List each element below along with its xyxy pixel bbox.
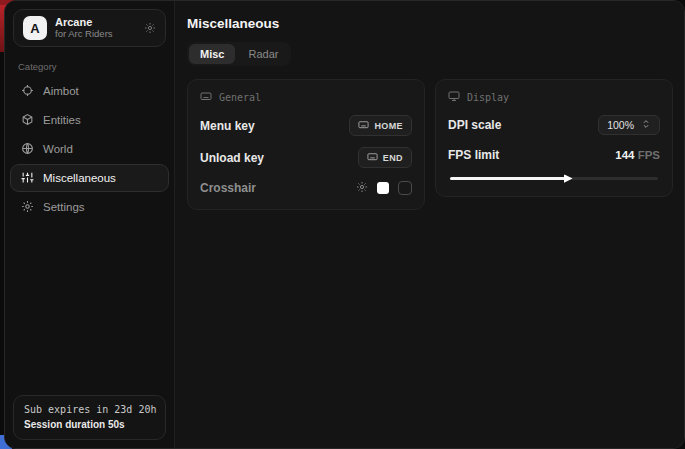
menu-key-bind-button[interactable]: HOME xyxy=(349,115,412,136)
sidebar-item-miscellaneous[interactable]: Miscellaneous xyxy=(10,164,169,192)
sidebar-item-world[interactable]: World xyxy=(10,135,169,163)
sidebar-item-label: Settings xyxy=(43,201,85,213)
gear-icon[interactable] xyxy=(356,179,368,197)
desktop-background: A Arcane for Arc Riders Category Aimbot … xyxy=(0,0,685,449)
subscription-info-card: Sub expires in 23d 20h Session duration … xyxy=(13,395,166,440)
sidebar-item-settings[interactable]: Settings xyxy=(10,193,169,221)
keyboard-icon xyxy=(358,119,369,132)
monitor-icon xyxy=(448,90,460,104)
crosshair-color-swatch[interactable] xyxy=(377,182,389,194)
dpi-scale-row: DPI scale 100% xyxy=(448,115,660,135)
main-content: Miscellaneous Misc Radar General Menu ke… xyxy=(175,1,685,448)
display-card-title: Display xyxy=(467,92,509,103)
display-card: Display DPI scale 100% FPS limit 144 xyxy=(435,79,673,197)
menu-key-value: HOME xyxy=(374,121,403,131)
crosshair-label: Crosshair xyxy=(200,181,256,195)
general-card: General Menu key HOME Unload key EN xyxy=(187,79,425,210)
sidebar-item-label: World xyxy=(43,143,73,155)
sidebar-nav: Aimbot Entities World Miscellaneous Sett… xyxy=(5,77,174,221)
tab-misc[interactable]: Misc xyxy=(189,44,235,64)
cube-icon xyxy=(21,113,34,128)
globe-icon xyxy=(21,142,34,157)
session-duration-text: Session duration 50s xyxy=(24,418,155,433)
fps-limit-label: FPS limit xyxy=(448,148,499,162)
sidebar-item-label: Aimbot xyxy=(43,85,79,97)
crosshair-checkbox[interactable] xyxy=(398,181,412,195)
sliders-icon xyxy=(21,171,34,186)
unload-key-row: Unload key END xyxy=(200,147,412,168)
app-window: A Arcane for Arc Riders Category Aimbot … xyxy=(4,0,685,449)
fps-limit-unit: FPS xyxy=(638,149,660,161)
general-card-title: General xyxy=(219,92,261,103)
chevrons-up-down-icon xyxy=(641,119,651,131)
dpi-scale-select[interactable]: 100% xyxy=(598,115,660,135)
keyboard-icon xyxy=(200,90,212,104)
category-label: Category xyxy=(18,61,174,72)
sidebar-item-aimbot[interactable]: Aimbot xyxy=(10,77,169,105)
menu-key-row: Menu key HOME xyxy=(200,115,412,136)
page-title: Miscellaneous xyxy=(187,16,673,31)
brand-title: Arcane xyxy=(55,16,113,29)
sidebar-item-label: Miscellaneous xyxy=(43,172,116,184)
dpi-scale-label: DPI scale xyxy=(448,118,501,132)
brand-card: A Arcane for Arc Riders xyxy=(13,9,166,47)
dpi-scale-value: 100% xyxy=(607,119,634,131)
gear-icon[interactable] xyxy=(144,22,156,34)
brand-logo: A xyxy=(23,16,47,40)
menu-key-label: Menu key xyxy=(200,119,255,133)
sub-expiry-text: Sub expires in 23d 20h xyxy=(24,403,155,418)
keyboard-icon xyxy=(367,151,378,164)
crosshair-icon xyxy=(21,84,34,99)
sidebar-item-entities[interactable]: Entities xyxy=(10,106,169,134)
tab-radar[interactable]: Radar xyxy=(237,44,289,64)
fps-slider-fill xyxy=(450,177,569,180)
sidebar-item-label: Entities xyxy=(43,114,81,126)
gear-icon xyxy=(21,200,34,215)
fps-limit-slider[interactable] xyxy=(450,177,658,180)
unload-key-bind-button[interactable]: END xyxy=(358,147,412,168)
unload-key-value: END xyxy=(383,153,403,163)
tab-bar: Misc Radar xyxy=(187,42,291,66)
settings-cards: General Menu key HOME Unload key EN xyxy=(187,79,673,210)
fps-slider-thumb[interactable] xyxy=(564,174,573,183)
brand-subtitle: for Arc Riders xyxy=(55,29,113,40)
unload-key-label: Unload key xyxy=(200,151,264,165)
fps-limit-value: 144 xyxy=(615,149,634,161)
crosshair-row: Crosshair xyxy=(200,179,412,197)
fps-limit-row: FPS limit 144 FPS xyxy=(448,146,660,164)
sidebar: A Arcane for Arc Riders Category Aimbot … xyxy=(5,1,175,448)
